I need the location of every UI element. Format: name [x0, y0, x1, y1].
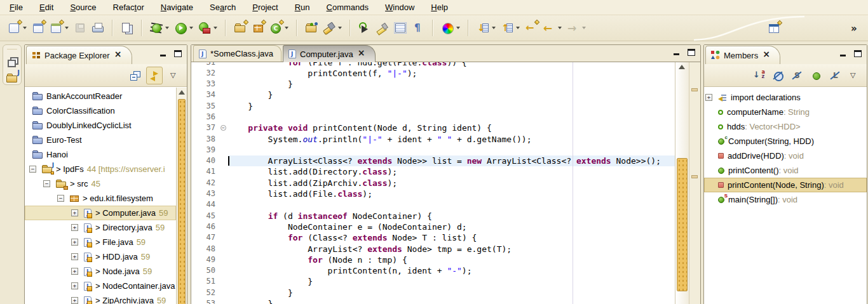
maximize-icon[interactable]: [174, 50, 182, 57]
menu-commands[interactable]: Commands: [318, 1, 377, 14]
expander-icon[interactable]: +: [71, 253, 78, 260]
code-line[interactable]: 49 for (Node n : tmp) {: [191, 254, 675, 265]
overview-ruler-mark[interactable]: [691, 175, 698, 178]
tree-item-nodecontainer-java[interactable]: +> NodeContainer.java: [25, 279, 176, 293]
tree-item-src[interactable]: −> src45: [25, 176, 176, 191]
tree-item-directory-java[interactable]: +> Directory.java59: [25, 220, 176, 235]
code-line[interactable]: 35 }: [191, 101, 675, 112]
scroll-up-icon[interactable]: [679, 65, 685, 69]
code-line[interactable]: 44: [191, 199, 675, 210]
minimize-icon[interactable]: [159, 50, 167, 57]
back-button[interactable]: [540, 19, 564, 37]
code-line[interactable]: 40 ArrayList<Class<? extends Node>> list…: [191, 155, 675, 166]
menu-edit[interactable]: Edit: [31, 1, 62, 14]
code-line[interactable]: 38 System.out.println("|-" + ident + " "…: [191, 134, 675, 145]
expander-icon[interactable]: +: [71, 209, 78, 216]
expander-icon[interactable]: +: [71, 224, 78, 231]
tab-computer-java[interactable]: Computer.java: [283, 45, 376, 62]
expander-icon[interactable]: −: [29, 166, 36, 173]
menu-navigate[interactable]: Navigate: [153, 1, 201, 14]
close-icon[interactable]: [357, 50, 365, 58]
new-java-project-button[interactable]: [231, 19, 249, 37]
hide-fields-button[interactable]: [770, 67, 785, 84]
expander-icon[interactable]: −: [43, 180, 50, 187]
code-line[interactable]: 48 ArrayList<? extends Node> tmp = e.get…: [191, 244, 675, 254]
forward-button[interactable]: [564, 19, 588, 37]
tree-item-euro-test[interactable]: Euro-Test: [25, 133, 176, 147]
last-edit-location-button[interactable]: [522, 19, 540, 37]
tree-item-node-java[interactable]: +> Node.java59: [25, 264, 176, 279]
menu-file[interactable]: File: [1, 1, 31, 14]
show-selected-element-only-button[interactable]: [391, 19, 409, 37]
tree-item-ziparchiv-java[interactable]: +> ZipArchiv.java59: [25, 293, 176, 304]
collapse-all-button[interactable]: [127, 67, 142, 84]
scrollbar-thumb[interactable]: [677, 158, 688, 291]
open-type-button[interactable]: [302, 19, 320, 37]
member-item-printcontent-node-string[interactable]: printContent(Node, String) : void: [704, 178, 867, 192]
external-tools-button[interactable]: [196, 19, 220, 37]
member-item-computer-string-hdd[interactable]: cComputer(String, HDD): [704, 134, 867, 149]
new-class-button[interactable]: [267, 19, 291, 37]
member-item-adddrive-hdd[interactable]: addDrive(HDD) : void: [704, 149, 867, 163]
scrollbar-thumb[interactable]: [178, 99, 186, 304]
close-icon[interactable]: [114, 51, 121, 59]
new-window-button[interactable]: [29, 19, 47, 37]
tree-item-hdd-java[interactable]: +> HDD.java59: [25, 249, 176, 264]
save-button[interactable]: [71, 19, 89, 37]
new-view-button[interactable]: [47, 19, 71, 37]
restore-view-button[interactable]: [3, 55, 21, 67]
member-item-printcontent[interactable]: printContent() : void: [704, 163, 867, 178]
fold-collapse-icon[interactable]: −: [220, 125, 226, 131]
overview-ruler[interactable]: [689, 62, 700, 304]
expander-icon[interactable]: −: [57, 195, 64, 202]
minimize-icon[interactable]: [673, 49, 681, 56]
tree-item-colorclassification[interactable]: ColorClassification: [25, 103, 176, 118]
code-line[interactable]: 42 list.add(ZipArchiv.class);: [191, 178, 675, 188]
run-last-tool-button[interactable]: [356, 19, 374, 37]
member-item-hdds[interactable]: hdds : Vector<HDD>: [704, 119, 867, 134]
java-browsing-button[interactable]: J: [3, 72, 21, 84]
maximize-icon[interactable]: [854, 50, 862, 57]
code-line[interactable]: 51 }: [191, 276, 675, 287]
tree-item-ipdfs[interactable]: −J> IpdFs44 [https://svnserver.i: [25, 162, 176, 176]
sort-button[interactable]: az: [751, 67, 766, 84]
expander-icon[interactable]: +: [71, 239, 78, 246]
code-area[interactable]: 31 for (File f : hdd.get(File.class)) {3…: [191, 62, 675, 304]
editor-scrollbar[interactable]: [675, 62, 689, 304]
code-line[interactable]: 47 for (Class<? extends Node> T : list) …: [191, 232, 675, 243]
package-explorer-tab[interactable]: Package Explorer: [26, 46, 132, 64]
color-palette-button[interactable]: [438, 19, 463, 37]
tab-someclass-java[interactable]: *SomeClass.java: [193, 45, 281, 62]
view-menu-button[interactable]: [846, 67, 862, 84]
link-with-editor-button[interactable]: [146, 67, 163, 84]
next-annotation-button[interactable]: [474, 19, 498, 37]
hide-static-button[interactable]: [789, 67, 804, 84]
menu-source[interactable]: Source: [62, 1, 104, 14]
menu-search[interactable]: Search: [201, 1, 244, 14]
minimize-icon[interactable]: [839, 50, 847, 57]
new-wizard-button[interactable]: [5, 19, 29, 37]
menu-help[interactable]: Help: [423, 1, 456, 14]
code-line[interactable]: 31 for (File f : hdd.get(File.class)) {: [191, 62, 675, 68]
code-line[interactable]: 43 list.add(File.class);: [191, 188, 675, 199]
code-line[interactable]: 36: [191, 112, 675, 122]
code-line[interactable]: 50 printContent(n, ident + "-");: [191, 265, 675, 276]
close-icon[interactable]: [762, 51, 770, 59]
expander-icon[interactable]: +: [705, 94, 712, 101]
tree-item-file-java[interactable]: +> File.java59: [25, 235, 176, 249]
expander-icon[interactable]: +: [71, 268, 78, 275]
print-button[interactable]: [89, 19, 107, 37]
mark-occurrences-button[interactable]: [374, 19, 391, 37]
menu-project[interactable]: Project: [244, 1, 286, 14]
code-line[interactable]: 52 }: [191, 287, 675, 298]
expander-icon[interactable]: +: [71, 282, 78, 289]
search-button[interactable]: [320, 19, 344, 37]
debug-button[interactable]: [147, 19, 172, 37]
code-line[interactable]: 37− private void printContent(Node d, St…: [191, 122, 675, 133]
overview-ruler-mark[interactable]: [691, 88, 698, 91]
show-whitespace-button[interactable]: [409, 19, 427, 37]
member-item-computername[interactable]: computerName : String: [704, 105, 867, 119]
code-line[interactable]: 45 if (d instanceof NodeContainer) {: [191, 211, 675, 221]
menu-window[interactable]: Window: [377, 1, 423, 14]
expander-icon[interactable]: +: [71, 297, 78, 304]
